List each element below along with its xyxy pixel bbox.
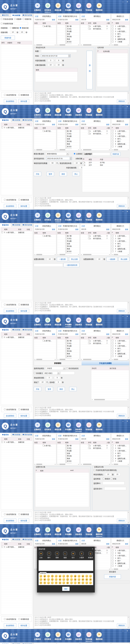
sidebar-tab-2[interactable]: 新好友回复 <box>22 328 33 332</box>
reply-from-input[interactable] <box>10 31 16 34</box>
match-exact[interactable]: 精准匹配 <box>20 27 29 29</box>
horizontal-scrollbar[interactable]: ◄► <box>111 44 129 46</box>
enable-forward[interactable]: 开启转发[需开启处理群消息] <box>94 469 117 471</box>
filter-link[interactable]: 过滤 <box>81 434 85 437</box>
stop-button[interactable]: 停止 <box>69 387 77 391</box>
clear-log-button[interactable]: 清理信息 <box>117 624 126 627</box>
friend-checkbox[interactable] <box>43 130 44 132</box>
search-input[interactable] <box>58 19 75 20</box>
external-friend-checkbox[interactable] <box>65 130 67 132</box>
spin-up-icon[interactable]: ▲ <box>70 157 72 158</box>
member-checkbox[interactable] <box>112 557 114 559</box>
content-interval-to[interactable] <box>56 59 62 62</box>
scroll-thumb[interactable] <box>114 464 118 465</box>
horizontal-scrollbar[interactable]: ◄► <box>57 149 80 150</box>
content-type-m[interactable]: M名片 <box>71 552 75 558</box>
search-link[interactable]: 搜索 <box>125 543 128 545</box>
sidebar-tab-1[interactable]: 自动回复 <box>11 328 22 332</box>
send-time-spinner[interactable]: 2022-03-18 20:27:31▲▼ <box>46 157 72 160</box>
emoji[interactable]: ☹ <box>51 578 54 581</box>
content-row-checkbox[interactable] <box>83 164 84 166</box>
external-friend-checkbox[interactable] <box>65 240 67 242</box>
search-link[interactable]: 搜索 <box>75 123 79 126</box>
nav-item-timed-broadcast[interactable]: ◷定时群发 <box>43 108 53 117</box>
member-checkbox[interactable] <box>112 245 114 247</box>
member-checkbox[interactable] <box>112 355 114 357</box>
close-button[interactable]: ✕ <box>126 630 129 632</box>
minimize-button[interactable]: — <box>122 525 124 527</box>
auto-agree-friend[interactable]: 自动同意好友 <box>4 408 16 410</box>
horizontal-scrollbar[interactable]: ◄► <box>34 44 56 46</box>
member-checkbox[interactable] <box>112 243 114 244</box>
start-new-wechat-button[interactable]: 启动新微信 <box>4 99 16 103</box>
member-checkbox[interactable] <box>112 41 114 42</box>
search-input[interactable] <box>58 333 75 335</box>
chevron-down-icon[interactable]: ▼ <box>66 152 69 155</box>
group-checkbox[interactable] <box>88 133 90 134</box>
save-settings-button[interactable]: 保存设置 <box>18 623 29 628</box>
emoji[interactable]: ☺ <box>55 575 58 578</box>
horizontal-scrollbar[interactable]: ◄► <box>80 44 111 46</box>
member-checkbox[interactable] <box>112 452 114 454</box>
search-input[interactable] <box>35 543 52 545</box>
scroll-thumb[interactable] <box>59 359 65 360</box>
start-button[interactable]: 开始 <box>34 387 41 391</box>
scroll-left-icon[interactable]: ◄ <box>57 464 58 465</box>
member-checkbox[interactable] <box>112 238 114 239</box>
nav-item-group-settings[interactable]: ⚙群组设置 <box>53 632 63 642</box>
friend-checkbox[interactable] <box>43 235 44 236</box>
save-settings-button[interactable]: 保存设置 <box>18 309 29 313</box>
scroll-right-icon[interactable]: ► <box>55 254 56 255</box>
handle-group-message-checkbox[interactable] <box>18 199 20 200</box>
external-friend-checkbox[interactable] <box>65 25 67 27</box>
nav-item-group-settings[interactable]: ⚙群组设置 <box>53 213 63 222</box>
emoji[interactable]: ☻ <box>59 578 61 581</box>
handle-group-message-checkbox[interactable] <box>18 514 20 515</box>
group-name-input[interactable] <box>34 264 63 266</box>
clear-log-button[interactable]: 清理信息 <box>117 204 126 208</box>
content-input[interactable] <box>92 152 110 156</box>
scroll-left-icon[interactable]: ◄ <box>34 254 35 255</box>
scroll-thumb[interactable] <box>114 44 118 46</box>
search-input[interactable] <box>58 124 75 126</box>
handle-group-message[interactable]: 处理群消息 <box>18 408 29 410</box>
external-friend-checkbox[interactable] <box>65 146 67 147</box>
member-checkbox[interactable] <box>112 450 114 452</box>
emoji[interactable]: ☹ <box>66 575 69 578</box>
emoji[interactable]: ☺ <box>89 575 92 578</box>
start-new-wechat-button[interactable]: 启动新微信 <box>4 309 16 313</box>
nav-item-qw-broadcast[interactable]: ✶企微群发 <box>33 632 42 642</box>
broadcast-target-select[interactable]: 群发内部好友▼ <box>46 152 69 155</box>
horizontal-scrollbar[interactable]: ◄► <box>34 463 56 465</box>
search-link[interactable]: 搜索 <box>52 438 55 440</box>
nav-item-phone-fans[interactable]: ☎手机爆粉 <box>63 213 73 222</box>
search-input[interactable] <box>58 438 75 440</box>
account-row-checkbox[interactable] <box>1 546 3 548</box>
horizontal-scrollbar[interactable]: ◄► <box>34 358 56 360</box>
emoji[interactable]: ☀ <box>55 582 58 584</box>
minimize-button[interactable]: — <box>122 106 124 108</box>
member-checkbox[interactable] <box>112 248 114 250</box>
member-checkbox[interactable] <box>112 565 114 566</box>
emoji[interactable]: ☺ <box>47 578 50 581</box>
member-checkbox[interactable] <box>112 552 114 554</box>
external-friend-checkbox[interactable] <box>65 353 67 354</box>
monitor-members[interactable]: 群成员 <box>103 478 110 480</box>
scroll-left-icon[interactable]: ◄ <box>81 359 82 360</box>
spinner-arrows-icon[interactable]: ▲▼ <box>68 54 70 57</box>
sidebar-tab-2[interactable]: 新好友回复 <box>22 223 33 227</box>
member-checkbox[interactable] <box>112 444 114 446</box>
content-type-x[interactable]: X小程序 <box>79 552 84 558</box>
scroll-thumb[interactable] <box>83 149 92 150</box>
object-interval-from[interactable] <box>48 64 54 66</box>
new-content-button[interactable]: 新建内容 <box>104 574 121 579</box>
filter-link[interactable]: 过滤 <box>81 225 85 227</box>
nav-item-timed-broadcast[interactable]: ◷定时群发 <box>43 632 53 642</box>
scroll-right-icon[interactable]: ► <box>128 359 129 360</box>
external-friend-checkbox[interactable] <box>65 342 67 344</box>
external-friend-checkbox[interactable] <box>65 350 67 352</box>
search-input[interactable] <box>81 438 106 440</box>
nav-item-message-forward[interactable]: ⇄消息转发 <box>74 632 83 642</box>
auto-agree-friend-checkbox[interactable] <box>4 94 6 96</box>
nav-item-qw-broadcast[interactable]: ✶企微群发 <box>33 527 42 536</box>
